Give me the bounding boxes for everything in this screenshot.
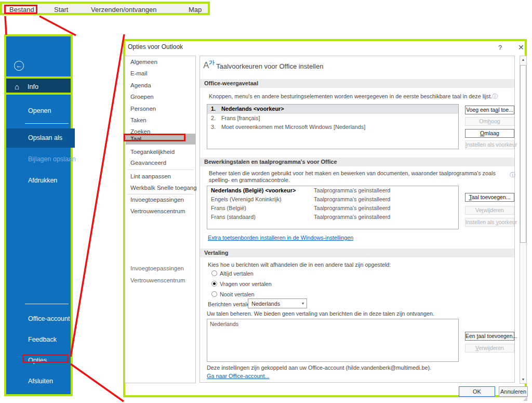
section-title: Bewerkingstalen en taalprogramma's voor … <box>204 159 337 165</box>
keyboards-settings-link[interactable]: Extra toetsenborden installeren in de Wi… <box>208 235 353 241</box>
sidebar-item-bijlagen-opslaan: Bijlagen opslaan <box>28 155 76 163</box>
back-arrow-icon[interactable]: ← <box>14 61 24 71</box>
nav-item-taken[interactable]: Taken <box>130 117 147 123</box>
sidebar-divider <box>25 304 69 304</box>
add-editing-language-button[interactable]: Taal toevoegen... <box>465 193 514 202</box>
nav-item-toegankelijkheid[interactable]: Toegankelijkheid <box>130 149 175 155</box>
table-row[interactable]: Engels (Verenigd Koninkrijk) Taalprogram… <box>207 195 458 204</box>
nav-item-groepen[interactable]: Groepen <box>130 94 154 100</box>
radio-altijd-vertalen[interactable] <box>211 270 217 276</box>
sidebar-item-info[interactable]: ⌂ Info <box>4 76 73 95</box>
list-item[interactable]: 2. Frans [français] <box>207 114 458 123</box>
nav-divider <box>127 194 194 194</box>
home-icon: ⌂ <box>15 83 19 90</box>
list-item-number: 2. <box>211 115 216 121</box>
tab-verzenden-ontvangen[interactable]: Verzenden/ontvangen <box>91 6 157 14</box>
received-languages-listbox[interactable]: Nederlands <box>207 319 459 362</box>
add-display-language-button[interactable]: Voeg een taal toe... <box>465 106 514 114</box>
move-up-button[interactable]: Omhoog <box>465 117 514 126</box>
list-item-number: 3. <box>211 124 216 130</box>
table-row[interactable]: Frans (standaard) Taalprogramma's geïnst… <box>207 213 458 222</box>
nav-item-algemeen[interactable]: Algemeen <box>130 59 157 65</box>
nav-item-agenda[interactable]: Agenda <box>130 82 151 88</box>
section-title: Vertaling <box>204 250 228 256</box>
translate-into-dropdown[interactable]: Nederlands ▾ <box>248 298 307 308</box>
annotation-box-opties <box>22 354 69 363</box>
proofing-cell: Taalprogramma's geïnstalleerd <box>314 196 390 202</box>
section-header-translation: Vertaling <box>200 249 514 257</box>
proofing-cell: Taalprogramma's geïnstalleerd <box>314 205 390 211</box>
remove-editing-language-button[interactable]: Verwijderen <box>465 206 514 215</box>
sidebar-item-afdrukken[interactable]: Afdrukken <box>28 177 57 184</box>
add-received-language-button[interactable]: Een taal toevoegen... <box>465 332 514 341</box>
dialog-content-panel: A 가 Taalvoorkeuren voor Office instellen… <box>200 56 515 383</box>
dialog-nav-panel: Algemeen E-mail Agenda Groepen Personen … <box>125 56 196 383</box>
proofing-cell: Taalprogramma's geïnstalleerd <box>314 214 390 220</box>
list-item[interactable]: Nederlands <box>207 319 458 329</box>
cancel-button[interactable]: Annuleren <box>499 386 528 397</box>
nav-item-werkbalk[interactable]: Werkbalk Snelle toegang <box>130 185 197 191</box>
list-item-label: Frans [français] <box>221 115 260 121</box>
display-description: Knoppen, menu's en andere besturingselem… <box>209 93 516 100</box>
remove-received-language-button[interactable]: Verwijderen <box>465 344 514 353</box>
nav-item-personen[interactable]: Personen <box>130 106 156 112</box>
list-item[interactable]: 3. Moet overeenkomen met Microsoft Windo… <box>207 123 458 132</box>
radio-label[interactable]: Vragen voor vertalen <box>220 281 272 287</box>
scrollbar-up-icon[interactable]: ▲ <box>520 56 526 63</box>
sidebar-item-openen[interactable]: Openen <box>28 107 51 114</box>
info-icon[interactable]: ⓘ <box>510 171 515 179</box>
dropdown-value: Nederlands <box>251 301 280 307</box>
manage-languages-label: Uw talen beheren. We bieden geen vertali… <box>207 310 434 317</box>
sidebar-item-office-account[interactable]: Office-account <box>28 315 70 322</box>
resize-grip[interactable] <box>523 396 527 401</box>
sidebar-item-afsluiten[interactable]: Afsluiten <box>28 378 53 385</box>
nav-item-lint-aanpassen[interactable]: Lint aanpassen <box>130 173 171 179</box>
editing-language-table[interactable]: Nederlands (België) <voorkeur> Taalprogr… <box>207 186 459 229</box>
language-cell: Nederlands (België) <voorkeur> <box>211 187 296 193</box>
ok-button[interactable]: OK <box>459 386 495 397</box>
sidebar-item-opslaan-als[interactable]: Opslaan als <box>6 128 75 148</box>
tab-start[interactable]: Start <box>54 6 68 14</box>
list-item[interactable]: 1. Nederlands <voorkeur> <box>207 105 458 114</box>
table-row[interactable]: Nederlands (België) <voorkeur> Taalprogr… <box>207 186 458 195</box>
language-cell: Frans (standaard) <box>211 214 256 220</box>
table-row[interactable]: Frans (België) Taalprogramma's geïnstall… <box>207 204 458 213</box>
radio-nooit-vertalen[interactable] <box>211 291 217 297</box>
office-account-link[interactable]: Ga naar Office-account... <box>207 373 269 379</box>
help-icon[interactable]: ? <box>498 44 502 51</box>
set-preferred-display-button[interactable]: Instellen als voorkeur <box>465 140 514 149</box>
sidebar-item-label: Opslaan als <box>28 134 62 141</box>
sidebar-divider <box>25 123 69 124</box>
set-preferred-editing-button[interactable]: Instellen als voorkeur <box>465 218 514 227</box>
nav-item-vertrouwenscentrum[interactable]: Vertrouwenscentrum <box>130 208 185 214</box>
scrollbar-thumb[interactable] <box>520 65 526 243</box>
radio-label[interactable]: Altijd vertalen <box>220 270 254 277</box>
display-language-listbox[interactable]: 1. Nederlands <voorkeur> 2. Frans [franç… <box>207 104 459 149</box>
sidebar-item-feedback[interactable]: Feedback <box>28 336 57 343</box>
tab-map[interactable]: Map <box>189 6 202 14</box>
nav-divider <box>127 170 194 170</box>
chevron-down-icon: ▾ <box>302 301 304 306</box>
proofing-cell: Taalprogramma's geïnstalleerd <box>314 187 390 193</box>
move-down-button[interactable]: Omlaag <box>465 129 514 138</box>
nav-item-geavanceerd[interactable]: Geavanceerd <box>130 160 166 166</box>
list-item-number: 1. <box>211 106 216 112</box>
annotation-box-taal <box>124 134 185 141</box>
section-title: Office-weergavetaal <box>204 80 258 86</box>
language-cell: Frans (België) <box>211 205 246 211</box>
language-icon: A <box>203 60 209 71</box>
nav-item-email[interactable]: E-mail <box>130 70 148 76</box>
nav-item-vertrouwenscentrum-stray: Vertrouwenscentrum <box>130 277 185 283</box>
close-icon[interactable]: ✕ <box>518 43 524 51</box>
radio-label[interactable]: Nooit vertalen <box>220 291 255 297</box>
vertical-scrollbar[interactable]: ▲ ▼ <box>520 56 527 384</box>
translation-prompt: Kies hoe u berichten wilt afhandelen die… <box>208 262 391 268</box>
language-cell: Engels (Verenigd Koninkrijk) <box>211 196 282 202</box>
dialog-title: Opties voor Outlook <box>128 43 183 50</box>
nav-item-invoegtoepassingen[interactable]: Invoegtoepassingen <box>130 197 184 203</box>
scrollbar-down-icon[interactable]: ▼ <box>520 376 526 383</box>
info-icon[interactable]: ⓘ <box>492 93 498 99</box>
radio-vragen-voor-vertalen[interactable] <box>211 281 217 287</box>
account-note: Deze instellingen zijn gekoppeld aan uw … <box>207 365 431 371</box>
editing-description: Beheer talen die worden gebruikt voor he… <box>209 170 508 184</box>
